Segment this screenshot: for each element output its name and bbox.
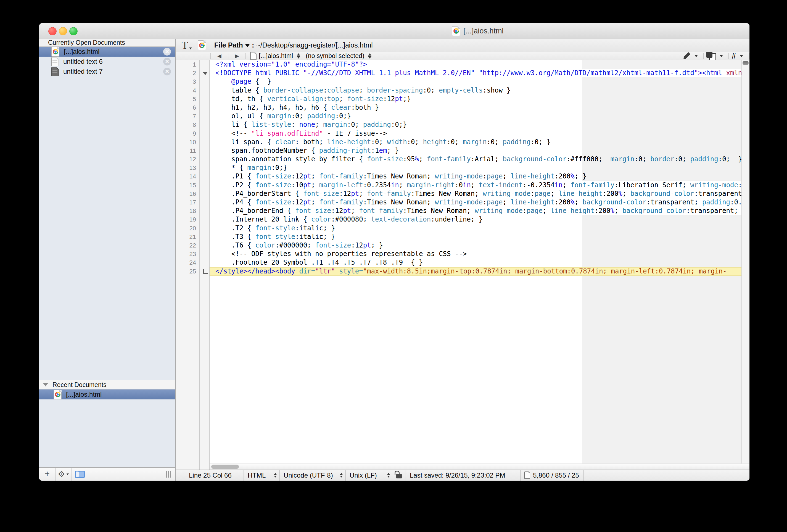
forward-button[interactable]: ▶ — [231, 53, 243, 59]
symbol-menu-stepper[interactable] — [368, 53, 371, 59]
document-label: untitled text 6 — [63, 58, 159, 65]
line-endings-menu[interactable]: Unix (LF) — [346, 470, 393, 481]
chevron-down-icon — [66, 473, 68, 475]
code-line: .P4_borderStart { font-size:12pt; font-f… — [210, 190, 742, 198]
sidebar-resize-handle[interactable] — [164, 471, 173, 478]
document-label: [...]aios.html — [66, 390, 171, 398]
editor-window: [...]aios.html Currently Open Documents … — [39, 23, 749, 481]
recent-documents-block: Recent Documents [...]aios.html — [39, 380, 175, 399]
line-number: 25 — [176, 267, 209, 276]
file-path[interactable]: File Path : ~/Desktop/snagg-register/[..… — [214, 41, 373, 49]
documents-stack-icon[interactable] — [706, 52, 716, 61]
sidebar-footer: + ⚙ — [39, 467, 175, 481]
close-document-button[interactable]: ✕ — [163, 68, 171, 76]
minimize-window-button[interactable] — [59, 27, 67, 35]
line-number: 7 — [176, 112, 209, 121]
code-line: span.footnodeNumber { padding-right:1em;… — [210, 146, 742, 155]
sidebar-panel-icon — [75, 471, 85, 478]
document-label: [...]aios.html — [64, 48, 159, 56]
line-number: 16 — [176, 190, 209, 198]
line-number: 19 — [176, 215, 209, 224]
add-document-button[interactable]: + — [39, 468, 56, 481]
recent-documents-header[interactable]: Recent Documents — [39, 380, 175, 389]
recent-documents-list: [...]aios.html — [39, 389, 175, 399]
line-number: 13 — [176, 164, 209, 172]
status-bar: Line 25 Col 66 HTML Unicode (UTF-8) Unix… — [176, 470, 749, 481]
html-document-icon — [452, 26, 460, 36]
close-window-button[interactable] — [48, 27, 57, 35]
document-icon — [525, 471, 530, 479]
line-number: 8 — [176, 121, 209, 129]
recent-documents-label: Recent Documents — [52, 381, 107, 389]
sidebar-document-row[interactable]: untitled text 7✕ — [39, 67, 175, 77]
gear-icon: ⚙ — [58, 470, 65, 478]
documents-sidebar: Currently Open Documents [...]aios.html✕… — [39, 39, 176, 481]
vertical-scrollbar-thumb[interactable] — [743, 61, 749, 65]
symbol-menu[interactable]: (no symbol selected) — [306, 52, 364, 60]
open-documents-header: Currently Open Documents — [39, 39, 175, 47]
code-line: .Footnote_20_Symbol .T1 .T4 .T5 .T7 .T8 … — [210, 258, 742, 267]
horizontal-scrollbar-thumb[interactable] — [211, 465, 239, 469]
fold-start-icon[interactable] — [203, 72, 208, 75]
line-number: 14 — [176, 172, 209, 180]
close-document-button[interactable]: ✕ — [163, 48, 171, 56]
zoom-window-button[interactable] — [69, 27, 78, 35]
pencil-icon[interactable] — [683, 52, 690, 60]
line-number: 20 — [176, 224, 209, 233]
line-number: 9 — [176, 129, 209, 138]
title-bar[interactable]: [...]aios.html — [39, 23, 749, 39]
file-path-value: ~/Desktop/snagg-register/[...]aios.html — [256, 41, 373, 49]
line-number: 6 — [176, 103, 209, 112]
code-line: <?xml version="1.0" encoding="UTF-8"?> — [210, 60, 742, 69]
fold-end-icon — [203, 269, 208, 274]
sidebar-document-row[interactable]: [...]aios.html — [39, 389, 175, 399]
chevron-down-icon[interactable] — [720, 55, 723, 57]
chrome-html-doc-icon — [54, 390, 62, 399]
code-line: @page { } — [210, 77, 742, 86]
hash-marker-icon[interactable]: # — [731, 52, 736, 61]
document-menu[interactable]: [...]aios.html — [259, 52, 293, 60]
vertical-scrollbar[interactable] — [741, 60, 749, 464]
sidebar-document-row[interactable]: [...]aios.html✕ — [39, 47, 175, 57]
line-number: 2 — [176, 69, 209, 77]
language-menu[interactable]: HTML — [244, 470, 279, 481]
code-line: td, th { vertical-align:top; font-size:1… — [210, 95, 742, 103]
code-line: h1, h2, h3, h4, h5, h6 { clear:both } — [210, 103, 742, 112]
close-document-button[interactable]: ✕ — [163, 58, 171, 65]
lock-toggle[interactable] — [393, 470, 405, 481]
sidebar-document-row[interactable]: untitled text 6✕ — [39, 57, 175, 67]
file-path-colon: : — [252, 41, 254, 49]
disclosure-triangle-icon[interactable] — [43, 383, 48, 386]
chevron-down-icon[interactable] — [740, 55, 743, 57]
document-menu-stepper[interactable] — [297, 53, 300, 59]
code-line: * { margin:0;} — [210, 164, 742, 172]
horizontal-scrollbar[interactable] — [210, 464, 749, 470]
line-number: 21 — [176, 233, 209, 241]
dark-doc-icon — [51, 67, 59, 76]
line-number: 22 — [176, 241, 209, 250]
document-counts: 5,860 / 855 / 25 — [520, 470, 583, 481]
line-number: 15 — [176, 181, 209, 190]
plus-icon: + — [45, 470, 50, 478]
document-proxy-icon[interactable] — [198, 40, 206, 50]
code-line: span.annotation_style_by_filter { font-s… — [210, 155, 742, 164]
text-display-options-icon[interactable]: T — [182, 41, 188, 50]
back-button[interactable]: ◀ — [213, 53, 225, 59]
chevron-down-icon[interactable] — [695, 55, 698, 57]
navigation-bar: ◀ ▶ [...]aios.html (no symbol selected) … — [176, 52, 749, 60]
line-number: 10 — [176, 138, 209, 146]
code-line: .P4 { font-size:12pt; font-family:Times … — [210, 198, 742, 207]
line-number-gutter: 1234567891011121314151617181920212223242… — [176, 60, 210, 470]
line-number: 1 — [176, 60, 209, 69]
sidebar-actions-button[interactable]: ⚙ — [56, 468, 72, 481]
code-line: .Internet_20_link { color:#000080; text-… — [210, 215, 742, 224]
code-line: .P4_borderEnd { font-size:12pt; font-fam… — [210, 207, 742, 215]
last-saved: Last saved: 9/26/15, 9:23:02 PM — [405, 470, 520, 481]
encoding-menu[interactable]: Unicode (UTF-8) — [280, 470, 345, 481]
code-line: <!-- ODF styles with no properties repre… — [210, 250, 742, 258]
code-editor-area[interactable]: <?xml version="1.0" encoding="UTF-8"?><!… — [210, 60, 742, 464]
toggle-sidebar-button[interactable] — [72, 468, 88, 481]
open-documents-list: [...]aios.html✕untitled text 6✕untitled … — [39, 47, 175, 77]
code-line: li { list-style: none; margin:0; padding… — [210, 121, 742, 129]
cursor-position: Line 25 Col 66 — [176, 470, 243, 481]
